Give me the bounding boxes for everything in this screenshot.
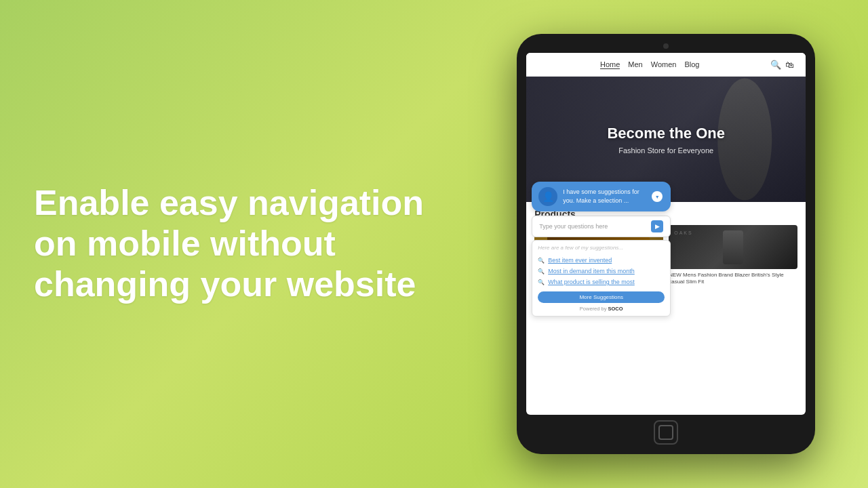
chat-bubble-text: I have some suggestions for you. Make a … — [563, 188, 646, 205]
suggestion-item-1[interactable]: 🔍 Most in demand item this month — [538, 266, 665, 277]
suggestion-icon-1: 🔍 — [538, 268, 545, 274]
tablet-wrapper: Home Men Women Blog 🔍 🛍 Become the One F… — [498, 34, 834, 454]
product-name-jacket: NEW Mens Fashion Brand Blazer British's … — [669, 272, 797, 286]
product-image-jacket: OAKS — [669, 225, 797, 269]
powered-by-prefix: Powered by — [580, 306, 608, 312]
chat-bubble[interactable]: 👤 I have some suggestions for you. Make … — [532, 182, 671, 211]
tablet-home-button[interactable] — [654, 420, 678, 445]
suggestion-item-0[interactable]: 🔍 Best item ever invented — [538, 255, 665, 266]
bot-icon: 👤 — [542, 191, 554, 202]
suggestion-item-2[interactable]: 🔍 What product is selling the most — [538, 277, 665, 287]
powered-by: Powered by SOCO — [538, 306, 665, 312]
tagline: Enable easy navigation on mobile without… — [34, 183, 474, 304]
powered-by-brand: SOCO — [608, 306, 623, 312]
chat-suggestions-panel: Here are a few of my suggestions... 🔍 Be… — [532, 240, 671, 317]
chat-search-bar[interactable]: Type your questions here ▶ — [532, 216, 671, 237]
suggestion-text-0: Best item ever invented — [548, 257, 612, 264]
search-placeholder: Type your questions here — [539, 223, 608, 230]
left-panel: Enable easy navigation on mobile without… — [34, 169, 474, 318]
nav-blog[interactable]: Blog — [684, 60, 699, 69]
nav-links: Home Men Women Blog — [600, 60, 699, 69]
suggestions-hint: Here are a few of my suggestions... — [538, 245, 665, 251]
suggestion-icon-2: 🔍 — [538, 279, 545, 285]
chat-bubble-arrow[interactable] — [652, 191, 663, 202]
tablet-screen: Home Men Women Blog 🔍 🛍 Become the One F… — [526, 53, 806, 415]
chat-overlay: 👤 I have some suggestions for you. Make … — [532, 182, 671, 317]
hero-subtitle: Fashion Store for Eeveryone — [618, 146, 713, 155]
product-card-jacket[interactable]: OAKS NEW Mens Fashion Brand Blazer Briti… — [669, 225, 797, 286]
tablet-device: Home Men Women Blog 🔍 🛍 Become the One F… — [517, 34, 815, 454]
site-nav: Home Men Women Blog 🔍 🛍 — [526, 53, 806, 77]
search-submit-button[interactable]: ▶ — [651, 220, 663, 232]
suggestion-text-1: Most in demand item this month — [548, 268, 635, 274]
search-icon[interactable]: 🔍 — [770, 60, 780, 69]
chat-avatar: 👤 — [538, 187, 557, 206]
nav-icons: 🔍 🛍 — [770, 60, 795, 69]
more-suggestions-button[interactable]: More Suggestions — [538, 291, 665, 303]
hero-title: Become the One — [607, 125, 725, 142]
nav-men[interactable]: Men — [628, 60, 642, 69]
nav-women[interactable]: Women — [651, 60, 677, 69]
suggestion-icon-0: 🔍 — [538, 258, 545, 264]
suggestion-text-2: What product is selling the most — [548, 279, 635, 285]
nav-home[interactable]: Home — [600, 60, 620, 69]
tablet-camera — [663, 43, 669, 49]
oaks-watermark: OAKS — [674, 230, 692, 235]
cart-icon[interactable]: 🛍 — [785, 60, 795, 69]
